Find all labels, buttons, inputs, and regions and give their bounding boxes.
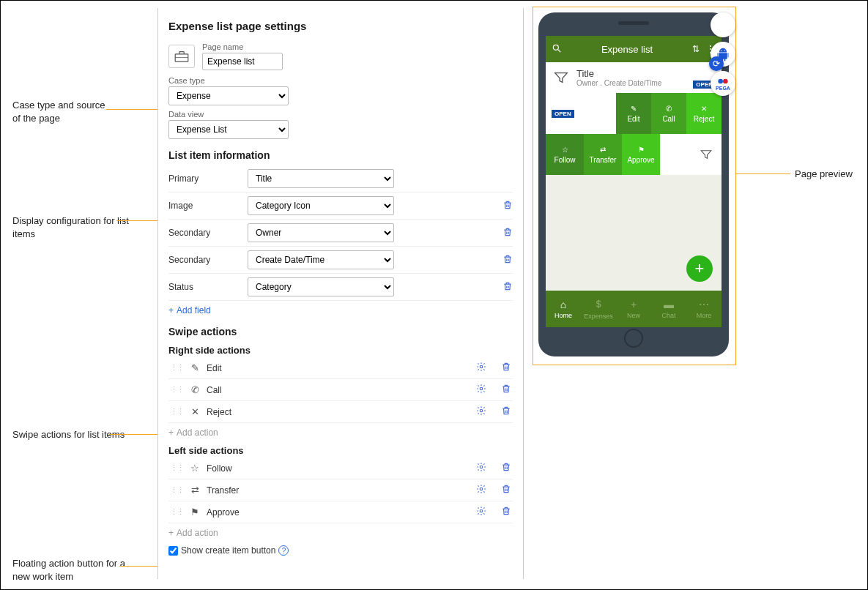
nav-label: Expenses bbox=[584, 313, 613, 320]
delete-action-button[interactable] bbox=[501, 484, 511, 496]
delete-action-button[interactable] bbox=[501, 406, 511, 418]
list-row-select[interactable]: Title bbox=[248, 169, 394, 188]
preview-outreject-button[interactable]: ✕Reject bbox=[686, 93, 722, 134]
add-left-action-button[interactable]: +Add action bbox=[168, 528, 218, 538]
list-row-select[interactable]: Category bbox=[248, 277, 394, 296]
nav-label: Home bbox=[554, 312, 572, 319]
show-create-label: Show create item button bbox=[181, 545, 275, 556]
x-icon: ✕ bbox=[189, 406, 201, 417]
nav-expenses[interactable]: ＄Expenses bbox=[581, 291, 616, 327]
data-view-label: Data view bbox=[168, 110, 513, 119]
pega-icon bbox=[717, 77, 729, 86]
data-view-select[interactable]: Expense List bbox=[168, 120, 289, 139]
page-name-input[interactable] bbox=[202, 53, 283, 70]
swipe-action-row: ⋮⋮ ⇄ Transfer bbox=[168, 479, 513, 501]
swipe-action-row: ⋮⋮ ✆ Call bbox=[168, 379, 513, 401]
configure-action-button[interactable] bbox=[476, 384, 486, 396]
nav-more[interactable]: ⋯More bbox=[686, 291, 722, 327]
drag-handle-icon[interactable]: ⋮⋮ bbox=[170, 363, 183, 373]
btn-label: Follow bbox=[554, 156, 576, 164]
preview-bottom-nav: ⌂Home ＄Expenses +New ▬Chat ⋯More bbox=[546, 291, 722, 327]
delete-row-button[interactable] bbox=[502, 200, 513, 212]
svg-point-8 bbox=[553, 45, 558, 50]
help-icon[interactable]: ? bbox=[278, 545, 289, 556]
drag-handle-icon[interactable]: ⋮⋮ bbox=[170, 485, 183, 495]
star-icon: ☆ bbox=[562, 146, 568, 154]
preview-approve-button[interactable]: ⚑Approve bbox=[622, 134, 660, 175]
add-field-button[interactable]: + Add field bbox=[168, 305, 211, 315]
nav-label: New bbox=[627, 312, 640, 319]
case-type-select[interactable]: Expense bbox=[168, 86, 289, 105]
list-row-select[interactable]: Owner bbox=[248, 223, 394, 242]
configure-action-button[interactable] bbox=[476, 406, 486, 418]
nav-new[interactable]: +New bbox=[616, 291, 651, 327]
add-right-action-button[interactable]: +Add action bbox=[168, 427, 218, 438]
configure-action-button[interactable] bbox=[476, 362, 486, 374]
svg-point-6 bbox=[480, 488, 483, 490]
briefcase-icon bbox=[174, 51, 189, 62]
home-icon: ⌂ bbox=[560, 299, 566, 310]
search-icon[interactable] bbox=[552, 43, 562, 56]
add-action-label: Add action bbox=[177, 427, 218, 438]
btn-label: Edit bbox=[627, 115, 639, 123]
svg-point-5 bbox=[480, 466, 483, 468]
plus-icon: + bbox=[168, 305, 174, 315]
drag-handle-icon[interactable]: ⋮⋮ bbox=[170, 507, 183, 517]
page-title: Expense list page settings bbox=[168, 20, 513, 32]
preview-fab-button[interactable]: + bbox=[686, 255, 713, 282]
delete-row-button[interactable] bbox=[502, 254, 513, 266]
swipe-action-row: ⋮⋮ ✕ Reject bbox=[168, 401, 513, 423]
nav-home[interactable]: ⌂Home bbox=[546, 291, 581, 327]
preview-title: Expense list bbox=[568, 44, 686, 55]
swipe-action-label: Transfer bbox=[207, 485, 239, 496]
svg-line-9 bbox=[558, 49, 561, 52]
preview-follow-button[interactable]: ☆Follow bbox=[546, 134, 584, 175]
phone-icon: ✆ bbox=[666, 105, 672, 113]
apple-preview-button[interactable] bbox=[711, 12, 735, 37]
preview-edit-button[interactable]: ✎Edit bbox=[616, 93, 651, 134]
list-info-row: Secondary Create Date/Time bbox=[168, 247, 513, 274]
trash-icon bbox=[501, 506, 511, 516]
configure-action-button[interactable] bbox=[476, 484, 486, 496]
drag-handle-icon[interactable]: ⋮⋮ bbox=[170, 407, 183, 417]
transfer-icon: ⇄ bbox=[600, 146, 606, 154]
drag-handle-icon[interactable]: ⋮⋮ bbox=[170, 385, 183, 395]
trash-icon bbox=[502, 200, 513, 210]
delete-action-button[interactable] bbox=[501, 462, 511, 474]
list-row-select[interactable]: Create Date/Time bbox=[248, 250, 394, 269]
left-actions-heading: Left side actions bbox=[168, 445, 513, 456]
svg-point-2 bbox=[480, 365, 483, 368]
sync-icon[interactable]: ⇅ bbox=[692, 44, 700, 54]
nav-chat[interactable]: ▬Chat bbox=[651, 291, 686, 327]
trash-icon bbox=[502, 281, 513, 291]
show-create-checkbox[interactable] bbox=[168, 546, 178, 556]
delete-action-button[interactable] bbox=[501, 506, 511, 518]
delete-action-button[interactable] bbox=[501, 384, 511, 396]
list-row-label: Image bbox=[168, 201, 248, 211]
delete-row-button[interactable] bbox=[502, 281, 513, 294]
preview-transfer-button[interactable]: ⇄Transfer bbox=[584, 134, 622, 175]
preview-call-button[interactable]: ✆Call bbox=[651, 93, 686, 134]
delete-row-button[interactable] bbox=[502, 227, 513, 239]
btn-label: Reject bbox=[694, 115, 714, 123]
delete-action-button[interactable] bbox=[501, 362, 511, 374]
trash-icon bbox=[501, 384, 511, 394]
svg-point-3 bbox=[480, 387, 483, 390]
preview-list-card[interactable]: Title Owner . Create Date/Time OPEN bbox=[546, 62, 722, 93]
refresh-preview-button[interactable]: ⟳ bbox=[709, 56, 724, 71]
list-info-row: Image Category Icon bbox=[168, 193, 513, 220]
list-row-select[interactable]: Category Icon bbox=[248, 196, 394, 215]
btn-label: Call bbox=[662, 115, 675, 123]
filter-icon bbox=[700, 148, 713, 161]
configure-action-button[interactable] bbox=[476, 506, 486, 518]
drag-handle-icon[interactable]: ⋮⋮ bbox=[170, 463, 183, 473]
list-info-row: Primary Title bbox=[168, 165, 513, 193]
pega-preview-button[interactable]: PEGA bbox=[711, 71, 735, 96]
configure-action-button[interactable] bbox=[476, 462, 486, 474]
flag-icon: ⚑ bbox=[638, 146, 645, 154]
page-icon-button[interactable] bbox=[168, 45, 195, 68]
refresh-icon: ⟳ bbox=[713, 59, 720, 69]
star-icon: ☆ bbox=[189, 463, 201, 474]
callout-swipe: Swipe actions for list items bbox=[12, 428, 130, 441]
list-row-label: Primary bbox=[168, 173, 248, 184]
